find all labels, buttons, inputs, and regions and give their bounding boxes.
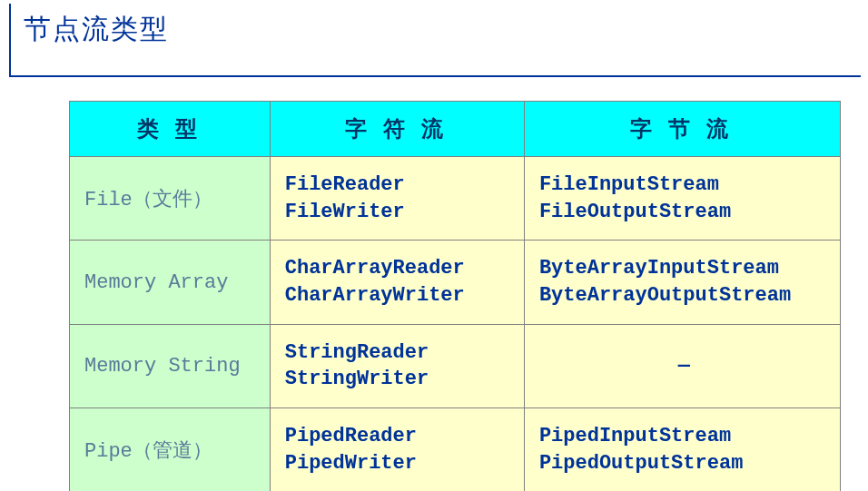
page-title: 节点流类型 <box>24 11 861 48</box>
byte-class: — <box>678 355 690 378</box>
char-class: FileReader <box>285 173 405 196</box>
byte-class: PipedInputStream <box>539 425 731 447</box>
stream-types-table: 类 型 字 符 流 字 节 流 File（文件） FileReader File… <box>69 101 841 491</box>
char-class: PipedReader <box>285 425 417 447</box>
table-row: Pipe（管道） PipedReader PipedWriter PipedIn… <box>70 408 841 491</box>
byte-class: ByteArrayInputStream <box>539 257 779 280</box>
cell-char-stream: PipedReader PipedWriter <box>270 408 524 491</box>
cell-byte-stream: PipedInputStream PipedOutputStream <box>524 408 840 491</box>
char-class: PipedWriter <box>285 452 417 475</box>
byte-class: FileOutputStream <box>539 201 731 223</box>
byte-class: ByteArrayOutputStream <box>539 284 791 307</box>
char-class: CharArrayReader <box>285 257 465 280</box>
cell-type: Pipe（管道） <box>70 408 271 491</box>
cell-type: File（文件） <box>70 157 271 241</box>
cell-type: Memory String <box>70 324 271 408</box>
header-byte-stream: 字 节 流 <box>524 102 840 157</box>
header-type: 类 型 <box>70 102 271 157</box>
char-class: StringWriter <box>285 368 429 390</box>
char-class: StringReader <box>285 341 429 364</box>
header-char-stream: 字 符 流 <box>270 102 524 157</box>
title-border: 节点流类型 <box>9 4 861 77</box>
cell-char-stream: CharArrayReader CharArrayWriter <box>270 241 524 324</box>
cell-char-stream: FileReader FileWriter <box>270 157 524 241</box>
table-header-row: 类 型 字 符 流 字 节 流 <box>70 102 841 157</box>
cell-byte-stream: ByteArrayInputStream ByteArrayOutputStre… <box>524 241 840 324</box>
byte-class: PipedOutputStream <box>539 452 743 475</box>
table-row: Memory Array CharArrayReader CharArrayWr… <box>70 241 841 324</box>
char-class: FileWriter <box>285 201 405 223</box>
table-container: 类 型 字 符 流 字 节 流 File（文件） FileReader File… <box>0 77 868 491</box>
table-row: File（文件） FileReader FileWriter FileInput… <box>70 157 841 241</box>
cell-byte-stream: FileInputStream FileOutputStream <box>524 157 840 241</box>
cell-type: Memory Array <box>70 241 271 324</box>
table-row: Memory String StringReader StringWriter … <box>70 324 841 408</box>
char-class: CharArrayWriter <box>285 284 465 307</box>
byte-class: FileInputStream <box>539 173 719 196</box>
cell-byte-stream: — <box>524 324 840 408</box>
cell-char-stream: StringReader StringWriter <box>270 324 524 408</box>
